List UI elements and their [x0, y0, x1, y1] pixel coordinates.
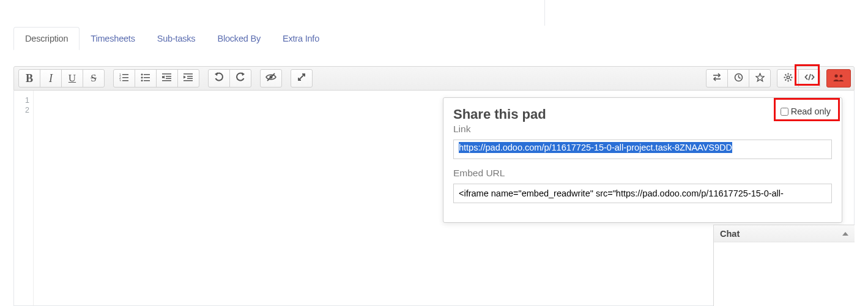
tab-timesheets[interactable]: Timesheets	[80, 28, 146, 50]
svg-text:3: 3	[119, 79, 121, 81]
svg-rect-22	[184, 80, 193, 81]
svg-rect-9	[144, 77, 150, 78]
chat-panel: Chat	[713, 225, 855, 306]
embed-input[interactable]	[453, 184, 832, 203]
svg-rect-5	[122, 80, 128, 81]
svg-point-6	[141, 73, 143, 75]
chat-body	[714, 242, 855, 306]
star-icon	[755, 73, 765, 84]
svg-rect-21	[187, 78, 193, 80]
bold-button[interactable]: B	[18, 69, 40, 88]
strike-button[interactable]: S	[83, 69, 105, 88]
link-label: Link	[453, 124, 832, 135]
ordered-list-button[interactable]: 123	[113, 69, 135, 88]
svg-rect-7	[144, 74, 150, 75]
svg-point-34	[787, 76, 789, 78]
svg-point-10	[141, 80, 143, 81]
unordered-list-icon	[141, 73, 150, 84]
format-group: B I U S	[18, 69, 105, 88]
outdent-icon	[162, 73, 172, 84]
svg-marker-24	[242, 72, 245, 76]
readonly-toggle[interactable]: Read only	[778, 105, 834, 118]
right-tools-1	[706, 69, 771, 88]
link-value-selected: https://pad.odoo.com/p/11617725-15-0-all…	[459, 142, 732, 153]
outdent-button[interactable]	[156, 69, 178, 88]
redo-icon	[236, 72, 245, 84]
chat-header[interactable]: Chat	[714, 225, 855, 242]
svg-marker-14	[162, 76, 165, 79]
fullscreen-group	[291, 69, 313, 88]
eye-slash-icon	[265, 73, 276, 84]
editor-toolbar: B I U S 123	[13, 66, 855, 91]
clear-authorship-button[interactable]	[260, 69, 282, 88]
top-divider	[544, 0, 545, 26]
settings-button[interactable]	[777, 69, 799, 88]
svg-rect-3	[122, 77, 128, 78]
svg-point-44	[834, 74, 837, 77]
svg-point-8	[141, 76, 143, 78]
indent-button[interactable]	[177, 69, 199, 88]
list-group: 123	[113, 69, 199, 88]
line-gutter: 1 2	[14, 91, 34, 305]
svg-marker-23	[215, 72, 218, 76]
svg-rect-17	[162, 80, 171, 81]
svg-line-43	[809, 74, 811, 80]
gear-icon	[784, 73, 793, 84]
readonly-checkbox[interactable]	[781, 108, 788, 116]
redo-button[interactable]	[229, 69, 251, 88]
line-number: 1	[14, 95, 33, 105]
unordered-list-button[interactable]	[135, 69, 157, 88]
embed-button[interactable]	[798, 69, 820, 88]
expand-icon	[297, 73, 306, 84]
svg-rect-20	[187, 76, 193, 77]
timeslider-button[interactable]	[727, 69, 749, 88]
link-input[interactable]: https://pad.odoo.com/p/11617725-15-0-all…	[453, 140, 832, 159]
svg-line-39	[785, 74, 786, 75]
chat-title: Chat	[720, 229, 740, 239]
fullscreen-button[interactable]	[291, 69, 313, 88]
svg-line-42	[785, 79, 786, 80]
svg-rect-15	[166, 76, 171, 77]
svg-rect-11	[144, 80, 150, 81]
line-number: 2	[14, 105, 33, 115]
tab-description[interactable]: Description	[13, 27, 80, 50]
history-group	[208, 69, 251, 88]
svg-rect-1	[122, 74, 128, 75]
svg-rect-12	[162, 73, 171, 75]
clock-icon	[734, 73, 743, 84]
svg-rect-16	[166, 78, 171, 80]
underline-button[interactable]: U	[61, 69, 83, 88]
svg-rect-18	[184, 73, 193, 75]
undo-icon	[214, 72, 224, 84]
app-root: Description Timesheets Sub-tasks Blocked…	[0, 0, 868, 306]
italic-button[interactable]: I	[40, 69, 62, 88]
saved-revisions-button[interactable]	[749, 69, 771, 88]
svg-line-32	[738, 77, 740, 78]
code-icon	[804, 73, 815, 84]
readonly-label: Read only	[791, 106, 831, 116]
task-tabs: Description Timesheets Sub-tasks Blocked…	[13, 27, 330, 50]
svg-line-27	[299, 74, 305, 80]
svg-point-45	[840, 74, 843, 77]
svg-line-40	[790, 79, 791, 80]
tab-blocked-by[interactable]: Blocked By	[206, 28, 272, 50]
undo-button[interactable]	[208, 69, 230, 88]
show-users-button[interactable]	[826, 69, 851, 88]
svg-marker-33	[755, 73, 763, 81]
users-icon	[833, 73, 845, 84]
indent-icon	[184, 73, 193, 84]
chevron-up-icon	[842, 232, 848, 236]
tab-extra-info[interactable]: Extra Info	[272, 28, 330, 50]
right-tools-2	[777, 69, 820, 88]
share-popover: Share this pad Read only Link https://pa…	[443, 97, 842, 223]
swap-icon	[712, 73, 722, 84]
svg-marker-19	[184, 76, 186, 79]
share-title: Share this pad	[453, 106, 832, 122]
authorship-group	[260, 69, 282, 88]
import-export-button[interactable]	[706, 69, 728, 88]
ordered-list-icon: 123	[119, 73, 129, 84]
tab-subtasks[interactable]: Sub-tasks	[146, 28, 207, 50]
embed-label: Embed URL	[453, 168, 832, 179]
svg-line-41	[790, 74, 791, 75]
